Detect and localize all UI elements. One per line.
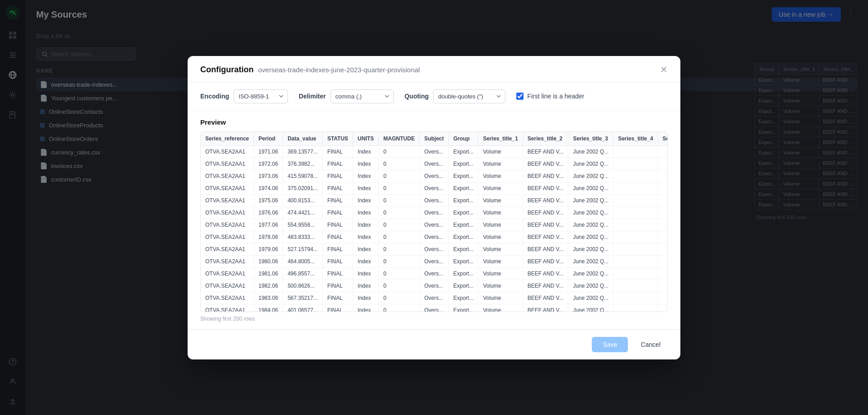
table-cell: June 2002 Q...	[568, 170, 613, 182]
modal-title-group: Configuration overseas-trade-indexes-jun…	[200, 65, 420, 75]
table-cell: Volume	[478, 304, 523, 312]
table-cell: 1973.06	[254, 170, 283, 182]
table-cell: Index	[353, 170, 379, 182]
table-row: OTVA.SEA2AA11978.06483.8333...FINALIndex…	[201, 231, 668, 243]
table-cell: June 2002 Q...	[568, 206, 613, 219]
preview-col-header: STATUS	[322, 132, 353, 146]
table-row: OTVA.SEA2AA11975.06400.8153...FINALIndex…	[201, 194, 668, 206]
table-cell	[613, 158, 658, 170]
table-cell: Index	[353, 158, 379, 170]
table-cell: Export...	[448, 255, 478, 267]
table-cell: BEEF AND V...	[523, 243, 568, 255]
quoting-field: Quoting double-quotes (") single-quotes …	[405, 89, 506, 103]
table-cell: OTVA.SEA2AA1	[201, 231, 254, 243]
table-cell	[613, 280, 658, 292]
encoding-select[interactable]: ISO-8859-1 UTF-8 UTF-16	[234, 89, 288, 103]
table-cell: 0	[379, 243, 420, 255]
table-cell: 0	[379, 170, 420, 182]
table-cell: Volume	[478, 231, 523, 243]
preview-col-header: Group	[448, 132, 478, 146]
table-cell: BEEF AND V...	[523, 219, 568, 231]
table-row: OTVA.SEA2AA11981.06496.8557...FINALIndex…	[201, 267, 668, 280]
table-cell: June 2002 Q...	[568, 182, 613, 194]
table-cell: Export...	[448, 280, 478, 292]
preview-table-wrapper[interactable]: Series_referencePeriodData_valueSTATUSUN…	[200, 131, 668, 312]
table-cell	[613, 219, 658, 231]
table-cell: BEEF AND V...	[523, 194, 568, 206]
table-cell: 375.02091...	[283, 182, 323, 194]
first-line-header-checkbox[interactable]	[516, 93, 524, 100]
table-cell	[658, 219, 668, 231]
table-cell	[613, 292, 658, 304]
table-cell: OTVA.SEA2AA1	[201, 158, 254, 170]
table-cell: Export...	[448, 158, 478, 170]
table-cell	[613, 194, 658, 206]
table-cell: FINAL	[322, 170, 353, 182]
table-cell: 1983.06	[254, 292, 283, 304]
table-cell: 554.9558...	[283, 219, 323, 231]
table-cell: June 2002 Q...	[568, 231, 613, 243]
table-cell: June 2002 Q...	[568, 267, 613, 280]
table-cell: Volume	[478, 145, 523, 158]
table-cell: Index	[353, 255, 379, 267]
delimiter-select[interactable]: comma (,) semicolon (;) tab	[330, 89, 394, 103]
quoting-select[interactable]: double-quotes (") single-quotes (') none	[433, 89, 505, 103]
table-cell	[658, 170, 668, 182]
table-cell: Overs...	[420, 267, 448, 280]
table-cell: Volume	[478, 206, 523, 219]
table-cell: Overs...	[420, 243, 448, 255]
table-cell: 483.8333...	[283, 231, 323, 243]
table-cell: 0	[379, 280, 420, 292]
table-cell: 464.8005...	[283, 255, 323, 267]
table-cell: FINAL	[322, 194, 353, 206]
table-cell: June 2002 Q...	[568, 292, 613, 304]
table-cell: BEEF AND V...	[523, 280, 568, 292]
cancel-button[interactable]: Cancel	[633, 337, 668, 352]
table-cell: June 2002 Q...	[568, 243, 613, 255]
preview-table: Series_referencePeriodData_valueSTATUSUN…	[201, 132, 668, 312]
table-cell: Index	[353, 267, 379, 280]
table-cell: 0	[379, 219, 420, 231]
table-cell: FINAL	[322, 231, 353, 243]
table-cell: Index	[353, 219, 379, 231]
modal-close-button[interactable]: ✕	[660, 65, 668, 74]
table-cell: OTVA.SEA2AA1	[201, 194, 254, 206]
table-cell: Overs...	[420, 145, 448, 158]
table-cell: 401.06577...	[283, 304, 323, 312]
table-cell: 1978.06	[254, 231, 283, 243]
table-cell: Index	[353, 292, 379, 304]
table-cell: 0	[379, 267, 420, 280]
table-cell	[613, 243, 658, 255]
table-cell: 1979.06	[254, 243, 283, 255]
table-cell: June 2002 Q...	[568, 255, 613, 267]
table-cell	[658, 280, 668, 292]
table-cell: FINAL	[322, 219, 353, 231]
preview-col-header: Subject	[420, 132, 448, 146]
table-cell: OTVA.SEA2AA1	[201, 280, 254, 292]
encoding-label: Encoding	[200, 93, 229, 100]
table-cell	[613, 206, 658, 219]
table-cell: Index	[353, 231, 379, 243]
first-line-header-label[interactable]: First line is a header	[527, 93, 584, 100]
table-row: OTVA.SEA2AA11973.06415.59078...FINALInde…	[201, 170, 668, 182]
table-cell: Export...	[448, 304, 478, 312]
table-cell: Overs...	[420, 182, 448, 194]
preview-col-header: UNITS	[353, 132, 379, 146]
save-button[interactable]: Save	[592, 337, 628, 352]
table-cell: 1976.06	[254, 206, 283, 219]
table-cell: 1980.06	[254, 255, 283, 267]
table-cell	[658, 194, 668, 206]
table-cell: Overs...	[420, 255, 448, 267]
table-cell: Index	[353, 182, 379, 194]
preview-col-header: Data_value	[283, 132, 323, 146]
preview-col-header: Period	[254, 132, 283, 146]
modal-footer: Save Cancel	[188, 329, 680, 359]
table-cell: 0	[379, 304, 420, 312]
table-cell: Export...	[448, 194, 478, 206]
table-cell: Export...	[448, 219, 478, 231]
table-cell: OTVA.SEA2AA1	[201, 170, 254, 182]
table-cell	[658, 292, 668, 304]
table-cell: Volume	[478, 182, 523, 194]
table-cell: OTVA.SEA2AA1	[201, 267, 254, 280]
table-cell: BEEF AND V...	[523, 170, 568, 182]
